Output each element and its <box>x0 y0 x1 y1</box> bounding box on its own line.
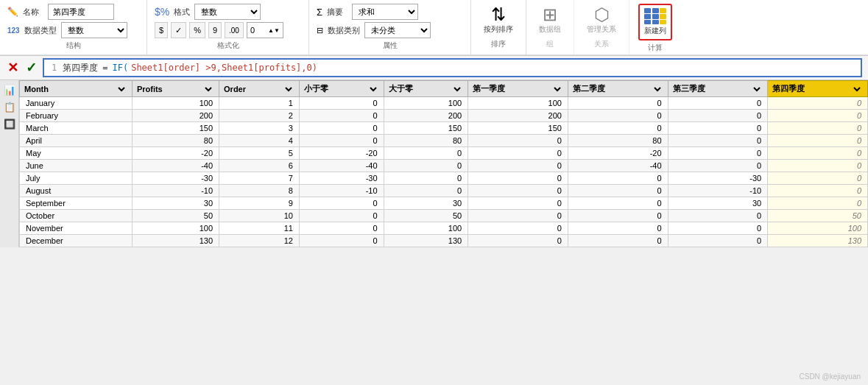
relation-icon: ⬡ <box>594 6 610 24</box>
svg-rect-1 <box>652 8 659 13</box>
manage-rel-label: 管理关系 <box>587 24 616 35</box>
table-row: February20020200200000 <box>20 110 868 122</box>
sort-icon: ⇅ <box>491 6 506 24</box>
q1-filter[interactable]: ▼ <box>553 85 563 93</box>
decimal-btn[interactable]: .00 <box>225 22 244 38</box>
group-icon: ⊞ <box>543 6 557 24</box>
ribbon: ✏️ 名称 第四季度 123 数据类型 整数 结构 $% 格式 整数 <box>0 0 868 56</box>
name-label: 名称 <box>23 7 43 18</box>
col-q1: 第一季度 ▼ <box>468 81 568 97</box>
col-q2: 第二季度 ▼ <box>568 81 668 97</box>
num-icon: 123 <box>7 27 20 35</box>
formula-bar: ✕ ✓ 1 第四季度 = IF(Sheet1[order] >9,Sheet1[… <box>0 56 868 80</box>
table-row: June-406-4000-4000 <box>20 160 868 172</box>
sidebar-icon-box[interactable]: 🔲 <box>4 119 15 130</box>
relation-group: ⬡ 管理关系 关系 <box>574 0 629 54</box>
format-label-bottom: 格式化 <box>155 40 301 51</box>
sum-row: Σ 摘要 求和 <box>317 4 463 20</box>
category-label: 数据类别 <box>328 25 360 36</box>
calc-label: 计算 <box>638 43 672 53</box>
formula-line-num: 1 <box>52 63 57 73</box>
datatype-select[interactable]: 整数 <box>61 22 127 38</box>
attr-group: Σ 摘要 求和 ⊟ 数据类别 未分类 属性 <box>309 0 471 54</box>
formula-equals: = <box>102 63 107 73</box>
gt-zero-filter[interactable]: ▼ <box>453 85 463 93</box>
q4-filter[interactable]: ▼ <box>853 85 863 93</box>
sum-icon: Σ <box>317 7 322 18</box>
formula-cancel-btn[interactable]: ✕ <box>6 61 20 74</box>
data-table: Month ▼ Profits ▼ Order ▼ <box>19 80 868 247</box>
sort-label: 按列排序 <box>484 24 513 35</box>
svg-rect-0 <box>644 8 651 13</box>
sort-group-label: 排序 <box>480 39 517 49</box>
svg-rect-8 <box>660 20 666 24</box>
sum-select[interactable]: 求和 <box>352 4 418 20</box>
main-area: 📊 📋 🔲 Month ▼ Profits ▼ <box>0 80 868 247</box>
group-group: ⊞ 数据组 组 <box>526 0 574 54</box>
category-icon: ⊟ <box>317 26 323 35</box>
col-q3: 第三季度 ▼ <box>668 81 768 97</box>
relation-group-label: 关系 <box>583 39 620 49</box>
ribbon-top-row: ✏️ 名称 第四季度 123 数据类型 整数 结构 $% 格式 整数 <box>0 0 868 55</box>
struct-label: 结构 <box>7 40 139 51</box>
manage-rel-btn[interactable]: ⬡ 管理关系 <box>583 4 620 37</box>
table-container: Month ▼ Profits ▼ Order ▼ <box>19 80 868 247</box>
format-row1: $% 格式 整数 <box>155 4 301 20</box>
q3-filter[interactable]: ▼ <box>752 85 763 93</box>
profits-filter[interactable]: ▼ <box>204 85 214 93</box>
svg-rect-2 <box>660 8 666 13</box>
table-row: July-307-30000-300 <box>20 172 868 185</box>
format-select[interactable]: 整数 <box>194 4 261 20</box>
percent-btn[interactable]: % <box>189 22 205 38</box>
table-row: December130120130000130 <box>20 235 868 247</box>
q2-filter[interactable]: ▼ <box>653 85 663 93</box>
category-row: ⊟ 数据类别 未分类 <box>317 22 463 38</box>
struct-group: ✏️ 名称 第四季度 123 数据类型 整数 结构 <box>0 0 147 54</box>
format-group: $% 格式 整数 $ ✓ % 9 .00 0 ▲▼ 格式化 <box>147 0 309 54</box>
name-row: ✏️ 名称 第四季度 <box>7 4 139 20</box>
lt-zero-filter[interactable]: ▼ <box>369 85 379 93</box>
svg-rect-3 <box>644 14 651 19</box>
table-row: October501005000050 <box>20 210 868 222</box>
svg-rect-6 <box>644 20 651 24</box>
pencil-icon: ✏️ <box>7 7 18 17</box>
formula-body: Sheet1[order] >9,Sheet1[profits],0) <box>131 63 317 73</box>
sum-label: 摘要 <box>327 7 347 18</box>
watermark: CSDN @kejiayuan <box>799 372 861 381</box>
comma-btn[interactable]: 9 <box>208 22 222 38</box>
name-input[interactable]: 第四季度 <box>48 4 114 20</box>
dollar-btn[interactable]: $ <box>155 22 168 38</box>
sort-btn[interactable]: ⇅ 按列排序 <box>480 4 517 37</box>
svg-rect-4 <box>652 14 659 19</box>
new-col-btn[interactable]: 新建列 <box>638 4 672 40</box>
new-col-icon <box>644 8 666 24</box>
group-label: 数据组 <box>539 24 561 35</box>
new-col-label: 新建列 <box>644 26 666 36</box>
table-row: September30903000300 <box>20 197 868 210</box>
zero-input[interactable]: 0 ▲▼ <box>247 22 283 38</box>
col-month: Month ▼ <box>20 81 133 97</box>
sidebar-icon-chart[interactable]: 📊 <box>4 85 15 96</box>
calc-group: 新建列 计算 <box>629 0 681 54</box>
sort-group: ⇅ 按列排序 排序 <box>471 0 526 54</box>
formula-confirm-btn[interactable]: ✓ <box>24 61 38 74</box>
format-label: 格式 <box>174 7 190 18</box>
category-select[interactable]: 未分类 <box>364 22 431 38</box>
formula-keyword-if: IF( <box>112 63 128 73</box>
format-pct-icon: $% <box>155 6 169 18</box>
sidebar-icon-grid[interactable]: 📋 <box>4 102 15 113</box>
group-btn[interactable]: ⊞ 数据组 <box>535 4 565 37</box>
check-btn[interactable]: ✓ <box>171 22 186 38</box>
month-filter[interactable]: ▼ <box>117 85 127 93</box>
formula-input[interactable]: 1 第四季度 = IF(Sheet1[order] >9,Sheet1[prof… <box>43 58 862 77</box>
table-header-row: Month ▼ Profits ▼ Order ▼ <box>20 81 868 97</box>
order-filter[interactable]: ▼ <box>284 85 294 93</box>
formula-col-name: 第四季度 <box>63 62 98 74</box>
svg-rect-5 <box>660 14 666 19</box>
format-row2: $ ✓ % 9 .00 0 ▲▼ <box>155 22 301 38</box>
col-q4: 第四季度 ▼ <box>768 81 868 97</box>
table-row: May-205-2000-2000 <box>20 147 868 160</box>
svg-rect-7 <box>652 20 659 24</box>
col-gt-zero: 大于零 ▼ <box>384 81 468 97</box>
table-row: January10010100100000 <box>20 97 868 110</box>
